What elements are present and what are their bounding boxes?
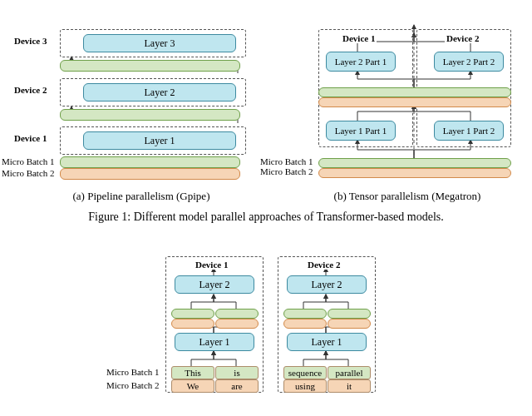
c-word-this: This <box>171 366 214 379</box>
b-l1p2: Layer 1 Part 2 <box>434 121 504 141</box>
c-d1-layer1: Layer 1 <box>175 333 254 351</box>
a-mb2 <box>60 168 240 180</box>
c-word-using: using <box>283 379 327 393</box>
b-mb1 <box>318 158 511 168</box>
c-word-parallel: parallel <box>328 366 371 379</box>
b-l2p1: Layer 2 Part 1 <box>326 52 396 72</box>
b-device2-label: Device 2 <box>445 33 480 43</box>
a-mb1-after1 <box>60 109 240 121</box>
figure-root: Device 3 Layer 3 Device 2 Layer 2 Device… <box>0 0 532 416</box>
c-d1-mb2a <box>171 319 214 329</box>
c-d2-mb1b <box>328 309 371 319</box>
c-device2-label: Device 2 <box>306 260 342 270</box>
c-d2-mb1a <box>283 309 327 319</box>
c-d2-mb2b <box>328 319 371 329</box>
a-device2-label: Device 2 <box>12 85 48 95</box>
b-mb2 <box>318 168 511 178</box>
c-d1-mb1b <box>215 309 259 319</box>
a-mb1-label: Micro Batch 1 <box>2 156 55 166</box>
c-device1-label: Device 1 <box>194 260 229 270</box>
c-mb1-label: Micro Batch 1 <box>106 367 160 377</box>
c-d1-mb1a <box>171 309 214 319</box>
c-word-are: are <box>215 379 259 393</box>
a-caption: (a) Pipeline parallelism (Gpipe) <box>33 190 249 203</box>
b-device1-label: Device 1 <box>341 33 377 43</box>
a-mb2-label: Micro Batch 2 <box>2 168 55 178</box>
c-d2-layer2: Layer 2 <box>287 275 367 294</box>
c-d1-mb2b <box>215 319 259 329</box>
b-mb2-label: Micro Batch 2 <box>260 166 313 176</box>
a-mb1-after2 <box>60 60 240 72</box>
b-mb2-mid <box>318 97 511 107</box>
c-word-is: is <box>215 366 259 379</box>
c-word-we: We <box>171 379 214 393</box>
a-mb1 <box>60 156 240 168</box>
c-d1-layer2: Layer 2 <box>175 275 254 294</box>
c-word-sequence: sequence <box>283 366 327 379</box>
b-caption: (b) Tensor parallelism (Megatron) <box>299 190 515 203</box>
b-l1p1: Layer 1 Part 1 <box>326 121 396 141</box>
c-d2-layer1: Layer 1 <box>287 333 367 351</box>
b-mb1-label: Micro Batch 1 <box>260 156 313 166</box>
c-mb2-label: Micro Batch 2 <box>106 380 160 390</box>
a-layer3: Layer 3 <box>83 34 236 52</box>
figure1-caption: Figure 1: Different model parallel appro… <box>50 210 482 224</box>
a-device3-label: Device 3 <box>12 36 48 46</box>
c-d2-mb2a <box>283 319 327 329</box>
b-l2p2: Layer 2 Part 2 <box>434 52 504 72</box>
c-word-it: it <box>328 379 371 393</box>
b-mb1-mid <box>318 87 511 97</box>
a-device1-label: Device 1 <box>12 133 48 143</box>
a-layer2: Layer 2 <box>83 83 236 102</box>
a-layer1: Layer 1 <box>83 131 236 150</box>
